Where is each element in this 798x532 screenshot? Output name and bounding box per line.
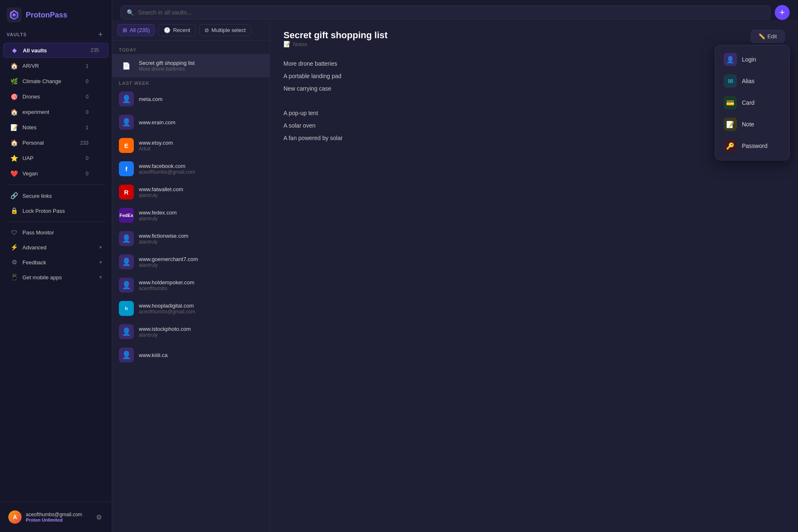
sidebar-item-feedback[interactable]: ⚙ Feedback ▾ [3, 255, 108, 269]
sidebar-item-climate-change[interactable]: 🌿 Climate Change 0 ⋯ [3, 74, 108, 89]
sidebar-item-drones[interactable]: 🎯 Drones 0 ⋯ [3, 89, 108, 104]
list-item-fatwallet[interactable]: R www.fatwallet.com alantruly [112, 180, 270, 204]
multiple-select-button[interactable]: ⊘ Multiple select [199, 24, 251, 36]
item-info-facebook: www.facebook.com aceofthumbs@gmail.com [139, 163, 263, 175]
item-title-facebook: www.facebook.com [139, 163, 263, 169]
today-section-label: Today [112, 44, 270, 54]
list-item-istock[interactable]: 👤 www.istockphoto.com alantruly [112, 320, 270, 343]
dropdown-item-password[interactable]: 🔑 Password [719, 135, 786, 157]
grid-icon: ⊞ [123, 27, 127, 33]
item-title-fatwallet: www.fatwallet.com [139, 186, 263, 192]
sidebar-item-experiment[interactable]: 🏠 experiment 0 ⋯ [3, 105, 108, 119]
chevron-down-icon-mobile: ▾ [99, 274, 102, 280]
add-vault-button[interactable]: + [96, 30, 105, 39]
sidebar-label-vegan: Vegan [22, 170, 81, 177]
item-title-goemerchant: www.goemerchant7.com [139, 256, 263, 262]
dropdown-item-login[interactable]: 👤 Login [719, 49, 786, 70]
sidebar-item-notes[interactable]: 📝 Notes 1 ⋯ [3, 120, 108, 135]
list-item-etsy[interactable]: E www.etsy.com Artuit [112, 134, 270, 157]
detail-type-label: Notes [293, 41, 307, 47]
sidebar-label-uap: UAP [22, 155, 81, 161]
list-item-holdem[interactable]: 👤 www.holdempoker.com aceofthumbs [112, 273, 270, 297]
mobile-icon: 📱 [10, 273, 18, 281]
item-info-secret-gift: Secret gift shopping list More drone bat… [139, 60, 263, 72]
home-icon-arvr: 🏠 [10, 62, 18, 70]
sidebar-label-secure-links: Secure links [22, 193, 102, 199]
bolt-icon: ⚡ [10, 244, 18, 251]
sidebar-label-mobile-apps: Get mobile apps [22, 274, 95, 281]
dropdown-label-card: Card [742, 99, 754, 106]
item-list-panel: ⊞ All (235) 🕐 Recent ⊘ Multiple select T… [112, 20, 270, 532]
star-icon: ⭐ [10, 155, 18, 162]
sidebar-item-lock[interactable]: 🔒 Lock Proton Pass [3, 204, 108, 218]
item-sub-istock: alantruly [139, 332, 263, 338]
vaults-section: Vaults + [0, 27, 112, 42]
list-item-meta[interactable]: 👤 meta.com [112, 87, 270, 111]
search-input[interactable] [138, 9, 764, 16]
dropdown-item-card[interactable]: 💳 Card [719, 92, 786, 113]
list-item-facebook[interactable]: f www.facebook.com aceofthumbs@gmail.com [112, 157, 270, 180]
sidebar-item-ar-vr[interactable]: 🏠 AR/VR 1 ⋯ [3, 59, 108, 73]
item-sub-holdem: aceofthumbs [139, 286, 263, 291]
settings-button[interactable]: ⚙ [94, 512, 103, 523]
avatar: A [8, 510, 22, 524]
detail-line-6: A solar oven [283, 121, 785, 131]
sidebar-label-lock: Lock Proton Pass [22, 208, 102, 214]
item-info-holdem: www.holdempoker.com aceofthumbs [139, 279, 263, 291]
sidebar-item-personal[interactable]: 🏠 Personal 233 ⋯ [3, 135, 108, 150]
app-header: ProtonPass [0, 0, 112, 27]
item-sub-fictionwise: alantruly [139, 239, 263, 245]
note-thumb-secret-gift: 📄 [119, 58, 134, 73]
note-icon-sidebar: 📝 [10, 124, 18, 131]
list-item-secret-gift[interactable]: 📄 Secret gift shopping list More drone b… [112, 54, 270, 77]
user-profile-row[interactable]: A aceofthumbs@gmail.com Proton Unlimited… [3, 507, 108, 527]
edit-button[interactable]: ✏️ Edit [751, 30, 785, 43]
sidebar-item-pass-monitor[interactable]: 🛡 Pass Monitor [3, 226, 108, 239]
list-item-goemerchant[interactable]: 👤 www.goemerchant7.com alantruly [112, 250, 270, 273]
item-info-kiiiii: www.kiiiii.ca [139, 352, 263, 358]
list-item-erain[interactable]: 👤 www.erain.com [112, 111, 270, 134]
list-items-container: Today 📄 Secret gift shopping list More d… [112, 41, 270, 532]
main-area: 🔍 + ⊞ All (235) 🕐 Recent ⊘ Multiple sele… [112, 0, 798, 532]
list-item-hoopla[interactable]: h www.hoopladigital.com aceofthumbs@gmai… [112, 297, 270, 320]
item-title-hoopla: www.hoopladigital.com [139, 303, 263, 309]
all-items-button[interactable]: ⊞ All (235) [117, 24, 155, 36]
sidebar-item-mobile-apps[interactable]: 📱 Get mobile apps ▾ [3, 270, 108, 284]
user-email: aceofthumbs@gmail.com [26, 512, 90, 517]
chevron-down-icon-advanced: ▾ [99, 244, 102, 250]
list-item-fictionwise[interactable]: 👤 www.fictionwise.com alantruly [112, 227, 270, 250]
sidebar-item-uap[interactable]: ⭐ UAP 0 ⋯ [3, 151, 108, 165]
item-title-erain: www.erain.com [139, 119, 263, 126]
item-title-etsy: www.etsy.com [139, 140, 263, 146]
password-dropdown-icon: 🔑 [724, 139, 737, 153]
favicon-facebook: f [119, 161, 134, 176]
sidebar-item-vegan[interactable]: ❤️ Vegan 0 ⋯ [3, 166, 108, 181]
app-name: ProtonPass [26, 11, 67, 20]
sidebar-item-all-vaults[interactable]: ◆ All vaults 235 [3, 43, 108, 58]
new-item-button[interactable]: + [775, 5, 790, 20]
sidebar-label-experiment: experiment [22, 109, 81, 115]
list-item-fedex[interactable]: FedEx www.fedex.com alantruly [112, 204, 270, 227]
sidebar-item-secure-links[interactable]: 🔗 Secure links [3, 189, 108, 203]
search-row: 🔍 + [112, 0, 798, 20]
sidebar-divider-2 [7, 222, 105, 222]
dropdown-label-login: Login [742, 56, 756, 63]
item-sub-fatwallet: alantruly [139, 192, 263, 198]
new-item-dropdown: 👤 Login ✉ Alias 💳 Card 📝 Note 🔑 Pa [715, 45, 790, 160]
list-item-kiiiii[interactable]: 👤 www.kiiiii.ca [112, 343, 270, 367]
app-logo-icon [7, 7, 22, 22]
chevron-down-icon-feedback: ▾ [99, 259, 102, 265]
favicon-etsy: E [119, 138, 134, 153]
item-title-fictionwise: www.fictionwise.com [139, 233, 263, 239]
dropdown-item-note[interactable]: 📝 Note [719, 113, 786, 135]
detail-line-1: More drone batteries [283, 59, 785, 69]
recent-button[interactable]: 🕐 Recent [158, 24, 195, 36]
sidebar-item-advanced[interactable]: ⚡ Advanced ▾ [3, 240, 108, 254]
favicon-fedex: FedEx [119, 208, 134, 223]
leaf-icon: 🌿 [10, 78, 18, 85]
dropdown-label-alias: Alias [742, 78, 754, 84]
dropdown-label-password: Password [742, 143, 767, 149]
dropdown-item-alias[interactable]: ✉ Alias [719, 70, 786, 92]
detail-panel: Secret gift shopping list 📝 Notes ✏️ Edi… [270, 20, 798, 532]
item-title-kiiiii: www.kiiiii.ca [139, 352, 263, 358]
